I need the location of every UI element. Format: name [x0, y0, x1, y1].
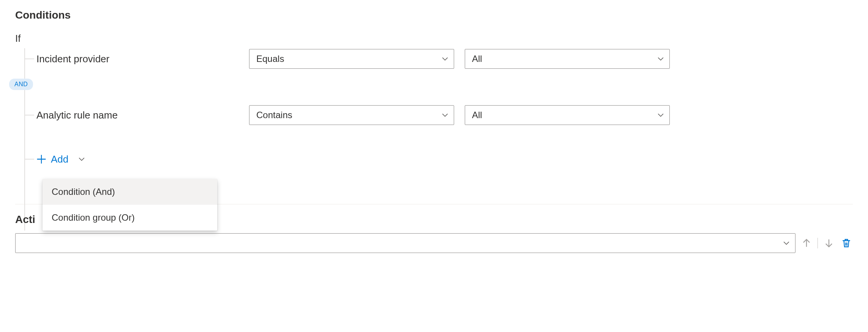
chevron-down-icon: [657, 112, 664, 119]
value-dropdown[interactable]: All: [465, 49, 670, 69]
value-text: All: [472, 110, 482, 120]
chevron-down-icon: [442, 55, 448, 62]
condition-property-label: Incident provider: [36, 53, 249, 65]
add-label: Add: [51, 153, 68, 165]
operator-value: Equals: [256, 54, 284, 64]
add-condition-button[interactable]: Add: [36, 153, 85, 165]
conditions-heading: Conditions: [15, 9, 853, 21]
and-joiner-pill: AND: [9, 79, 33, 90]
tree-branch: [24, 58, 34, 59]
tree-rail: [24, 48, 25, 231]
move-down-button[interactable]: [822, 237, 835, 250]
chevron-down-icon: [657, 55, 664, 62]
chevron-down-icon: [442, 112, 448, 119]
operator-dropdown[interactable]: Contains: [249, 105, 454, 125]
chevron-down-icon: [78, 156, 85, 163]
condition-add-row: Add: [24, 149, 853, 170]
action-dropdown[interactable]: [15, 233, 795, 253]
if-label: If: [15, 33, 853, 44]
condition-property-label: Analytic rule name: [36, 109, 249, 121]
menu-item-condition-group-or[interactable]: Condition group (Or): [43, 205, 217, 231]
icon-separator: [817, 238, 818, 248]
operator-dropdown[interactable]: Equals: [249, 49, 454, 69]
add-condition-menu: Condition (And) Condition group (Or): [43, 179, 217, 231]
condition-row: Incident provider Equals All: [24, 48, 853, 70]
move-up-button[interactable]: [800, 237, 813, 250]
tree-branch: [24, 115, 34, 115]
plus-icon: [36, 154, 46, 164]
menu-item-condition-and[interactable]: Condition (And): [43, 179, 217, 205]
delete-button[interactable]: [840, 237, 853, 250]
chevron-down-icon: [783, 240, 790, 247]
value-dropdown[interactable]: All: [465, 105, 670, 125]
tree-branch: [24, 159, 34, 160]
operator-value: Contains: [256, 110, 292, 120]
condition-row: Analytic rule name Contains All: [24, 104, 853, 126]
value-text: All: [472, 54, 482, 64]
